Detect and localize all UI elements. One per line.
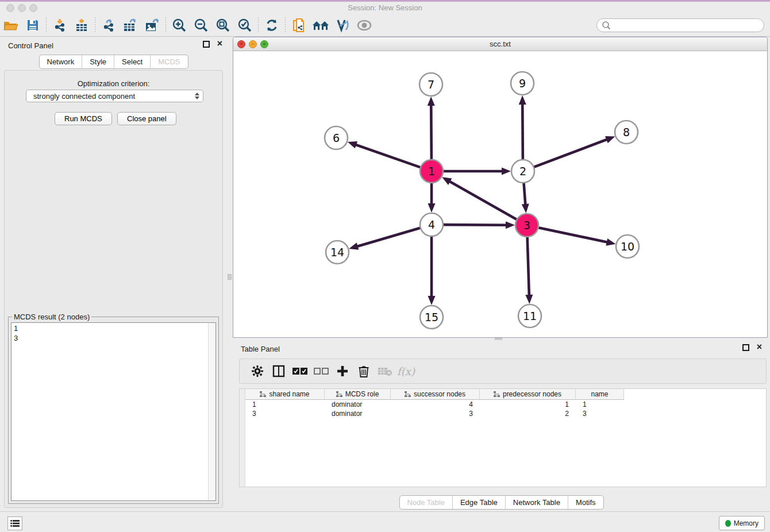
splitter-grip[interactable] <box>228 274 232 280</box>
result-scrollbar[interactable] <box>208 323 215 500</box>
maximize-network-button[interactable]: + <box>260 40 268 48</box>
search-box[interactable] <box>596 18 764 32</box>
deselect-all-button[interactable] <box>310 361 332 381</box>
tab-network[interactable]: Network <box>39 55 82 68</box>
task-history-button[interactable] <box>7 516 22 530</box>
zoom-fit-button[interactable] <box>212 16 234 35</box>
column-header-name[interactable]: name <box>576 389 624 400</box>
status-bar: Memory <box>0 511 770 532</box>
tab-network-table[interactable]: Network Table <box>506 496 568 509</box>
table-cell: 3 <box>391 409 480 418</box>
node-label: 2 <box>519 165 526 178</box>
network-window-title: scc.txt <box>233 37 767 51</box>
edge-2-9[interactable] <box>522 103 523 161</box>
hide-panel-button[interactable] <box>353 16 375 35</box>
refresh-button[interactable] <box>261 16 283 35</box>
close-table-panel-icon[interactable]: × <box>757 342 762 352</box>
tab-style[interactable]: Style <box>82 55 114 68</box>
run-mcds-button[interactable]: Run MCDS <box>55 112 112 125</box>
network-view-window: × − + scc.txt 1234678910111415 <box>233 37 768 338</box>
edge-3-10[interactable] <box>537 228 609 242</box>
tab-node-table[interactable]: Node Table <box>399 496 453 509</box>
edge-3-1[interactable] <box>449 181 518 220</box>
node-table[interactable]: shared nameMCDS rolesuccessor nodesprede… <box>239 388 767 487</box>
export-image-button[interactable] <box>141 16 163 35</box>
column-header-MCDS-role[interactable]: MCDS role <box>325 389 391 400</box>
table-row[interactable]: 3dominator323 <box>245 409 624 418</box>
edge-arrowhead <box>428 97 435 106</box>
edge-arrowhead <box>428 203 436 213</box>
export-table-button[interactable] <box>120 16 141 35</box>
new-session-from-selection-button[interactable] <box>288 16 310 35</box>
edge-arrowhead <box>525 295 533 304</box>
column-header-shared-name[interactable]: shared name <box>245 389 325 400</box>
close-network-button[interactable]: × <box>237 40 245 48</box>
memory-button[interactable]: Memory <box>719 516 765 530</box>
edge-4-3[interactable] <box>442 225 507 225</box>
edge-2-8[interactable] <box>533 139 608 168</box>
column-header-successor-nodes[interactable]: successor nodes <box>391 389 480 400</box>
window-title: Session: New Session <box>0 2 770 14</box>
tab-select[interactable]: Select <box>114 55 151 68</box>
close-window-button[interactable] <box>6 4 14 12</box>
zoom-selected-button[interactable] <box>234 16 256 35</box>
minimize-window-button[interactable] <box>18 4 26 12</box>
minimize-network-button[interactable]: − <box>249 40 257 48</box>
table-panel: Table Panel × <box>233 340 770 511</box>
edge-1-7[interactable] <box>431 104 432 161</box>
mcds-result-list[interactable]: 13 <box>11 322 216 501</box>
zoom-out-icon <box>194 18 209 33</box>
export-network-icon <box>101 18 116 33</box>
import-network-button[interactable] <box>49 16 71 35</box>
criterion-select[interactable]: strongly connected component <box>26 90 203 102</box>
network-canvas[interactable]: 1234678910111415 <box>233 51 767 337</box>
select-all-button[interactable] <box>289 361 310 381</box>
delete-table-button[interactable] <box>374 361 395 381</box>
refresh-icon <box>264 18 279 33</box>
control-panel-title: Control Panel <box>8 41 53 50</box>
add-column-button[interactable] <box>332 361 353 381</box>
edge-4-14[interactable] <box>356 228 422 246</box>
edge-3-11[interactable] <box>528 236 529 296</box>
mcds-panel: Optimization criterion: strongly connect… <box>4 70 223 508</box>
save-session-button[interactable] <box>22 16 44 35</box>
open-file-button[interactable] <box>0 16 22 35</box>
zoom-out-button[interactable] <box>190 16 212 35</box>
edge-2-3[interactable] <box>523 182 525 206</box>
edge-1-6[interactable] <box>355 144 422 168</box>
delete-column-button[interactable] <box>353 361 374 381</box>
zoom-window-button[interactable] <box>29 4 37 12</box>
network-window-titlebar[interactable]: × − + scc.txt <box>233 37 767 51</box>
memory-status-icon <box>725 520 731 527</box>
close-panel-icon[interactable]: × <box>217 39 222 48</box>
export-network-button[interactable] <box>98 16 120 35</box>
float-table-panel-icon[interactable] <box>742 344 749 351</box>
search-input[interactable] <box>613 20 764 31</box>
node-label: 11 <box>523 310 537 322</box>
table-cell: 3 <box>245 409 325 418</box>
table-row[interactable]: 1dominator411 <box>245 400 624 409</box>
column-header-predecessor-nodes[interactable]: predecessor nodes <box>480 389 576 400</box>
table-cell: 4 <box>391 400 480 409</box>
float-panel-icon[interactable] <box>203 41 210 48</box>
table-cell: dominator <box>325 400 391 409</box>
table-row-gutter <box>240 389 245 487</box>
vertical-splitter[interactable] <box>227 37 233 511</box>
vizmapper-button[interactable] <box>332 16 353 35</box>
network-graph[interactable]: 1234678910111415 <box>233 51 767 337</box>
tab-edge-table[interactable]: Edge Table <box>453 496 506 509</box>
plus-icon <box>336 365 349 377</box>
export-table-icon <box>122 18 138 33</box>
zoom-in-button[interactable] <box>168 16 190 35</box>
import-table-button[interactable] <box>71 16 93 35</box>
table-settings-button[interactable] <box>247 361 268 381</box>
open-folder-icon <box>3 18 19 32</box>
close-panel-button[interactable]: Close panel <box>117 112 176 125</box>
tab-motifs[interactable]: Motifs <box>568 496 603 509</box>
show-columns-button[interactable] <box>268 361 289 381</box>
home-button[interactable] <box>310 16 332 35</box>
function-builder-button[interactable]: f(x) <box>395 361 417 381</box>
tab-mcds[interactable]: MCDS <box>151 55 187 68</box>
criterion-value: strongly connected component <box>33 92 135 101</box>
delete-table-icon <box>378 366 392 376</box>
